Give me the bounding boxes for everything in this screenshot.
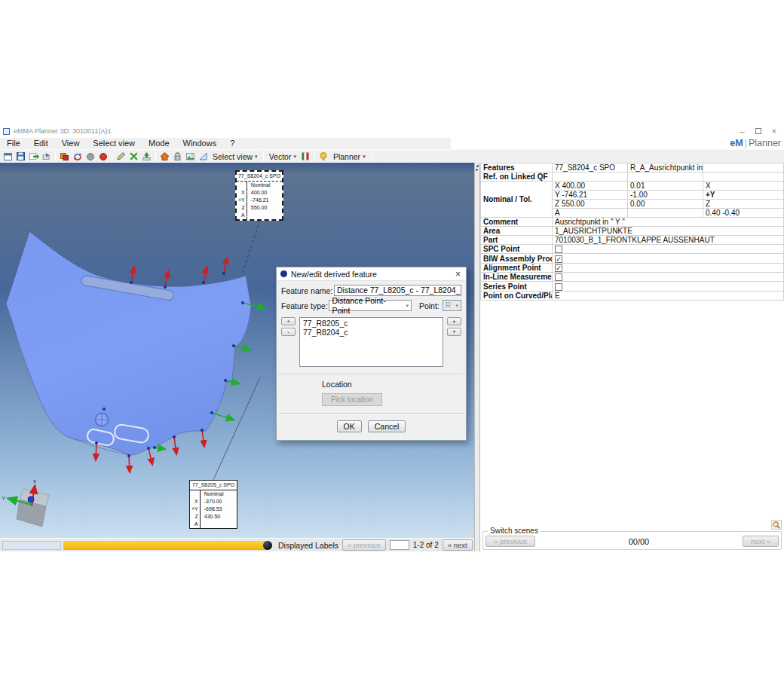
vector-dropdown[interactable]: Vector [266,152,299,161]
nominal-x[interactable]: X 400.00 [553,182,628,191]
features-value[interactable]: 77_S8204_c SPO [553,163,628,173]
sync-icon[interactable] [71,151,84,163]
table-row: SPC Point [481,245,784,254]
row-label: In-Line Measurement Po [481,273,553,282]
menu-file[interactable]: File [0,138,27,149]
triad-x-label: x [33,478,36,484]
new-document-icon[interactable] [2,151,14,163]
progress-bar [63,541,268,550]
export-icon[interactable] [27,151,40,163]
panel-splitter[interactable]: ◄ ► [474,163,480,551]
dir-z[interactable]: Z [703,200,784,209]
publish-icon[interactable] [140,151,153,163]
row-label: Point on Curved/Planar [481,291,553,300]
biw-checkbox[interactable]: ✓ [555,255,562,263]
tol-y[interactable]: -1.00 [628,191,703,200]
row-label: Part [481,236,553,245]
labels-previous-button[interactable]: « previous [342,539,386,551]
row-label: BIW Assembly Process [481,254,553,263]
table-row: In-Line Measurement Po [481,273,784,282]
nominal-y[interactable]: Y -746.21 [553,191,628,200]
measure-icon[interactable] [197,151,210,163]
nominal-z[interactable]: Z 550.00 [553,200,628,209]
row-label: Ref. on Linked QF [481,173,553,182]
menu-edit[interactable]: Edit [27,138,55,149]
inline-checkbox[interactable] [555,273,562,281]
flag-icon[interactable] [299,151,312,163]
menu-mode[interactable]: Mode [142,138,176,149]
scenes-previous-button[interactable]: « previous [485,536,535,547]
lock-edit-icon[interactable] [171,151,184,163]
feature-properties-panel: Features 77_S8204_c SPO R_A_Ausrichtpunk… [480,163,784,551]
app-window: eMMA Planner 3D: 3010011(A)1 – × File Ed… [0,124,784,550]
progress-knob[interactable] [263,541,272,550]
point-select[interactable]: R [443,300,461,311]
home-view-icon[interactable] [158,151,171,163]
dir-a[interactable]: 0.40 -0.40 [703,209,784,218]
features-comment[interactable]: R_A_Ausrichtpunkt in " Y " [628,163,703,173]
spc-checkbox[interactable] [555,246,562,253]
colored-parts-icon[interactable] [58,151,71,163]
nominal-a[interactable]: A [553,209,628,218]
remove-point-button[interactable]: - [281,328,296,336]
table-row: Area 1_AUSRICHTPUNKTE [481,227,784,236]
minimize-icon[interactable]: – [740,127,744,135]
move-down-button[interactable]: ▼ [447,328,461,336]
zoom-icon[interactable] [771,520,782,530]
point-listbox[interactable]: 77_R8205_c 77_R8204_c [299,317,443,367]
snapshot-icon[interactable] [184,151,197,163]
dir-x[interactable]: X [703,182,784,191]
record-icon[interactable] [96,151,109,163]
series-checkbox[interactable] [555,283,562,291]
feature-label-bottom[interactable]: 77_S8205_c SPO Nominal X-370.00 +Y-698.5… [189,480,237,529]
fit-view-icon[interactable] [127,151,140,163]
maximize-icon[interactable] [755,128,761,134]
table-row: Part 7010030_B_1_FRONTKLAPPE AUSSENHAUT [481,236,784,245]
labels-page-input[interactable] [390,540,409,550]
send-icon[interactable] [40,151,53,163]
comment-value[interactable]: Ausrichtpunkt in " Y " [553,218,784,227]
close-icon[interactable]: × [772,127,776,135]
tol-z[interactable]: 0.00 [628,200,703,209]
select-view-dropdown[interactable]: Select view [210,152,261,161]
table-row: Alignment Point ✓ [481,263,784,272]
tol-a[interactable] [628,209,703,218]
edit-pencil-icon[interactable] [115,151,127,163]
tol-x[interactable]: 0.01 [628,182,703,191]
planner-dropdown[interactable]: Planner [330,152,369,161]
cancel-button[interactable]: Cancel [368,420,406,432]
part-value[interactable]: 7010030_B_1_FRONTKLAPPE AUSSENHAUT [553,236,784,245]
toolbar: Select view Vector Planner [0,149,784,163]
list-item[interactable]: 77_R8205_c [303,319,439,328]
row-label: Alignment Point [481,263,553,272]
move-up-button[interactable]: ▲ [447,317,461,325]
feature-type-select[interactable]: Distance Point-Point [329,300,411,311]
table-row: Nominal / Tol. X 400.00 0.01 X [481,182,784,191]
area-value[interactable]: 1_AUSRICHTPUNKTE [553,227,784,236]
pick-location-button[interactable]: Pick location [322,393,382,406]
feature-label-top[interactable]: 77_S8204_c SPO Nominal X400.00 +Y-746.21… [235,170,283,221]
menu-help[interactable]: ? [223,138,241,149]
record-off-icon[interactable] [84,151,96,163]
feature-type-label: Feature type: [281,301,329,310]
menu-windows[interactable]: Windows [176,138,224,149]
displayed-labels-label: Displayed Labels [278,541,338,550]
menu-view[interactable]: View [55,138,87,149]
alignment-checkbox[interactable]: ✓ [555,264,562,272]
title-bar: eMMA Planner 3D: 3010011(A)1 – × [0,124,784,138]
scenes-next-button[interactable]: next » [743,536,779,547]
viewport-3d[interactable]: x Y 77_S8204_c SPO Nominal X400.00 +Y-74… [0,163,474,538]
ok-button[interactable]: OK [337,420,362,432]
menu-select-view[interactable]: Select view [86,138,142,149]
row-label: Area [481,227,553,236]
dialog-close-icon[interactable]: × [454,269,462,279]
labels-next-button[interactable]: » next [443,539,473,551]
list-item[interactable]: 77_R8204_c [303,328,439,337]
save-icon[interactable] [14,151,27,163]
feature-name-input[interactable]: Distance 77_L8205_c - 77_L8204_c [334,285,461,296]
add-point-button[interactable]: + [281,317,296,325]
collapse-right-icon[interactable]: ► [476,168,479,172]
curved-value[interactable]: E [553,291,784,300]
dir-y[interactable]: +Y [703,191,784,200]
scroll-thumb[interactable] [2,541,61,550]
